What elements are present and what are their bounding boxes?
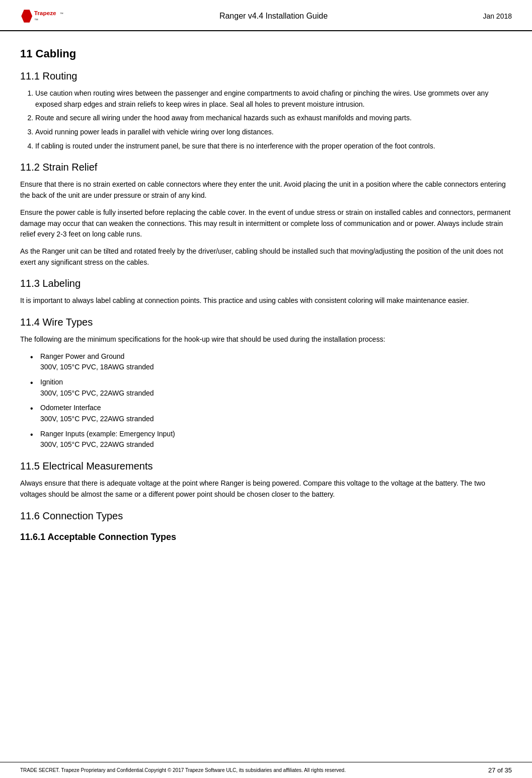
section-11-4-intro: The following are the minimum specificat…	[20, 334, 512, 345]
bullet-main-text: Ranger Inputs (example: Emergency Input)	[40, 430, 175, 438]
footer-copyright: TRADE SECRET. Trapeze Proprietary and Co…	[20, 767, 346, 773]
bullet-sub-text: 300V, 105°C PVC, 18AWG stranded	[40, 362, 512, 373]
header-date: Jan 2018	[472, 12, 512, 20]
bullet-sub-text: 300V, 105°C PVC, 22AWG stranded	[40, 439, 512, 450]
svg-text:™: ™	[60, 12, 63, 16]
section-11-1-title: 11.1 Routing	[20, 70, 512, 82]
logo-area: Trapeze ™ ™	[20, 6, 75, 26]
section-11-3-para-1: It is important to always label cabling …	[20, 295, 512, 306]
list-item: Ignition 300V, 105°C PVC, 22AWG stranded	[30, 377, 512, 399]
footer-page-number: 27 of 35	[488, 766, 512, 774]
chapter-11-title: 11 Cabling	[20, 47, 512, 60]
bullet-sub-text: 300V, 105°C PVC, 22AWG stranded	[40, 388, 512, 399]
section-11-2-para-1: Ensure that there is no strain exerted o…	[20, 179, 512, 201]
header-title: Ranger v4.4 Installation Guide	[75, 12, 472, 21]
page-footer: TRADE SECRET. Trapeze Proprietary and Co…	[0, 762, 532, 778]
page-header: Trapeze ™ ™ Ranger v4.4 Installation Gui…	[0, 0, 532, 31]
bullet-main-text: Odometer Interface	[40, 404, 101, 412]
page-container: Trapeze ™ ™ Ranger v4.4 Installation Gui…	[0, 0, 532, 778]
section-11-6-title: 11.6 Connection Types	[20, 510, 512, 522]
list-item: If cabling is routed under the instrumen…	[35, 141, 512, 152]
list-item: Odometer Interface 300V, 105°C PVC, 22AW…	[30, 403, 512, 424]
main-content: 11 Cabling 11.1 Routing Use caution when…	[0, 31, 532, 588]
svg-text:™: ™	[34, 18, 38, 23]
section-11-6-1-title: 11.6.1 Acceptable Connection Types	[20, 532, 512, 542]
bullet-main-text: Ranger Power and Ground	[40, 352, 124, 360]
list-item: Use caution when routing wires between t…	[35, 88, 512, 110]
list-item: Ranger Power and Ground 300V, 105°C PVC,…	[30, 351, 512, 373]
wire-types-list: Ranger Power and Ground 300V, 105°C PVC,…	[30, 351, 512, 451]
section-11-2-title: 11.2 Strain Relief	[20, 162, 512, 173]
section-11-4-title: 11.4 Wire Types	[20, 317, 512, 328]
svg-text:Trapeze: Trapeze	[34, 10, 56, 17]
section-11-5-para-1: Always ensure that there is adequate vol…	[20, 478, 512, 500]
section-11-5-title: 11.5 Electrical Measurements	[20, 460, 512, 472]
list-item: Avoid running power leads in parallel wi…	[35, 127, 512, 138]
section-11-1-list: Use caution when routing wires between t…	[35, 88, 512, 151]
bullet-sub-text: 300V, 105°C PVC, 22AWG stranded	[40, 414, 512, 425]
list-item: Ranger Inputs (example: Emergency Input)…	[30, 429, 512, 450]
section-11-2-para-3: As the Ranger unit can be tilted and rot…	[20, 246, 512, 268]
bullet-main-text: Ignition	[40, 378, 63, 386]
section-11-3-title: 11.3 Labeling	[20, 278, 512, 289]
trapeze-logo-icon: Trapeze ™ ™	[20, 6, 75, 26]
section-11-2-para-2: Ensure the power cable is fully inserted…	[20, 207, 512, 240]
list-item: Route and secure all wiring under the ho…	[35, 113, 512, 124]
